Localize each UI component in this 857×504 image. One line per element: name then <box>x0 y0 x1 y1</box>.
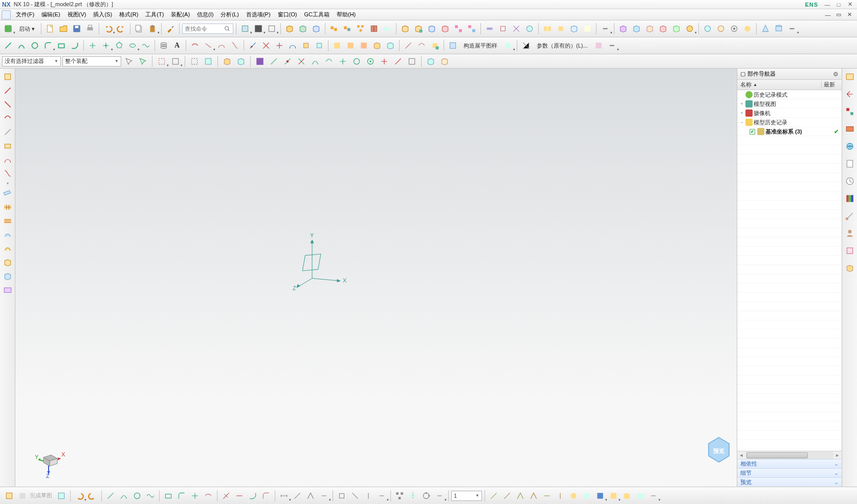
helix-icon[interactable] <box>158 39 170 52</box>
sel6-icon[interactable] <box>202 55 214 68</box>
exp1-icon[interactable] <box>541 23 554 35</box>
snap-x-icon[interactable] <box>378 55 390 68</box>
sb-con2-icon[interactable] <box>349 490 361 502</box>
rb-assy-icon[interactable] <box>844 88 856 100</box>
menu-tools[interactable]: 工具(T) <box>142 9 167 20</box>
param-more-icon[interactable] <box>606 39 618 52</box>
wave5-icon[interactable] <box>452 23 465 35</box>
redo-icon[interactable] <box>115 23 127 35</box>
exp3-icon[interactable] <box>568 23 580 35</box>
exp4-icon[interactable] <box>581 23 594 35</box>
lv-thick-icon[interactable] <box>2 284 14 296</box>
sheet1-icon[interactable] <box>331 39 343 52</box>
sel-more1-icon[interactable] <box>425 55 437 68</box>
doc-minimize-button[interactable]: — <box>823 11 832 18</box>
undo-icon[interactable] <box>102 23 114 35</box>
sketch2-icon[interactable] <box>202 39 214 52</box>
snap-curve-icon[interactable] <box>323 55 335 68</box>
snap-perp-icon[interactable] <box>406 55 418 68</box>
rb-info-icon[interactable] <box>844 262 856 274</box>
col-latest[interactable]: 最新 <box>822 81 842 89</box>
more1-icon[interactable] <box>599 23 611 35</box>
constraint1-icon[interactable] <box>484 23 496 35</box>
sb-dim2-icon[interactable] <box>291 490 303 502</box>
wave4-icon[interactable] <box>439 23 451 35</box>
navigator-hscroll[interactable]: ◂▸ <box>737 451 842 459</box>
lv-curve2-icon[interactable] <box>2 98 14 111</box>
rb-history-icon[interactable] <box>844 158 856 170</box>
sb-v5-icon[interactable] <box>541 490 553 502</box>
sb-v2-icon[interactable] <box>501 490 513 502</box>
rb-reuse-icon[interactable] <box>844 123 856 135</box>
sketch4-icon[interactable] <box>229 39 241 52</box>
polygon-icon[interactable] <box>113 39 125 52</box>
box3-icon[interactable] <box>310 23 322 35</box>
sb-mirror-icon[interactable] <box>407 490 419 502</box>
sb-undo-icon[interactable] <box>73 490 85 502</box>
curve2-icon[interactable] <box>260 39 272 52</box>
brush-icon[interactable] <box>164 23 177 35</box>
paste-icon[interactable] <box>146 23 159 35</box>
sb-v9-icon[interactable] <box>594 490 606 502</box>
assy3-icon[interactable] <box>355 23 367 35</box>
filter-combo[interactable]: 没有选择过滤器▼ <box>2 56 61 67</box>
sb-fillet2-icon[interactable] <box>260 490 272 502</box>
curve6-icon[interactable] <box>313 39 325 52</box>
menu-analysis[interactable]: 分析(L) <box>217 9 242 20</box>
shell3-icon[interactable] <box>728 23 740 35</box>
sel3-icon[interactable] <box>156 55 168 68</box>
intersect-icon[interactable] <box>644 23 656 35</box>
sketch1-icon[interactable] <box>189 39 201 52</box>
close-button[interactable]: ✕ <box>845 1 855 8</box>
snap-toggle-icon[interactable] <box>254 55 266 68</box>
xform1-icon[interactable] <box>402 39 414 52</box>
col-name[interactable]: 名称▲ <box>737 81 822 89</box>
sb-rect-icon[interactable] <box>162 490 174 502</box>
box1-icon[interactable] <box>283 23 296 35</box>
sb-arc-icon[interactable] <box>118 490 130 502</box>
flat-pattern-drop-icon[interactable] <box>502 39 514 52</box>
lv-loft-icon[interactable] <box>2 270 14 282</box>
save-icon[interactable] <box>71 23 83 35</box>
tree-cameras[interactable]: +✔ 摄像机 <box>737 108 842 118</box>
sb-profile-icon[interactable] <box>55 490 68 502</box>
lv-grid-icon[interactable] <box>2 201 14 213</box>
checkbox-icon[interactable]: ✔ <box>750 129 755 135</box>
sel2-icon[interactable] <box>137 55 149 68</box>
cone-icon[interactable] <box>759 23 772 35</box>
render-style-icon[interactable] <box>252 23 265 35</box>
menu-assembly[interactable]: 装配(A) <box>167 9 193 20</box>
book-icon[interactable] <box>368 23 380 35</box>
menu-prefs[interactable]: 首选项(P) <box>243 9 274 20</box>
sb-finish-icon[interactable] <box>16 490 29 502</box>
snap-mid-icon[interactable] <box>281 55 294 68</box>
sel5-icon[interactable] <box>188 55 201 68</box>
exp2-icon[interactable] <box>555 23 567 35</box>
sheet3-icon[interactable] <box>358 39 370 52</box>
sb-spline-icon[interactable] <box>144 490 157 502</box>
sb-dim-more-icon[interactable] <box>318 490 330 502</box>
lv-rect-icon[interactable] <box>2 140 14 152</box>
command-search[interactable] <box>182 24 233 34</box>
sb-v4-icon[interactable] <box>528 490 540 502</box>
section-dependency[interactable]: 相依性⌄ <box>737 459 842 468</box>
minimize-button[interactable]: — <box>822 1 832 8</box>
rb-web-icon[interactable] <box>844 140 856 152</box>
tree-datum-csys[interactable]: ✔ 基准坐标系 (3) ✔ <box>737 127 842 136</box>
new-icon[interactable] <box>44 23 56 35</box>
sb-offset-icon[interactable] <box>202 490 214 502</box>
wave2-icon[interactable] <box>412 23 425 35</box>
sb-v11-icon[interactable] <box>621 490 633 502</box>
lv-curve5-icon[interactable] <box>2 167 14 180</box>
text-icon[interactable]: A <box>171 39 183 52</box>
navigator-tree[interactable]: 历史记录模式 + 模型视图 +✔ 摄像机 − 模型历史记录 ✔ 基准坐标系 (3… <box>737 90 842 451</box>
sb-con-more-icon[interactable] <box>376 490 388 502</box>
lv-curve1-icon[interactable] <box>2 84 14 97</box>
lv-surf1-icon[interactable] <box>2 229 14 241</box>
menu-info[interactable]: 信息(I) <box>193 9 217 20</box>
param-label[interactable]: 参数（原有的）(L)... <box>533 40 591 51</box>
sb-redo-icon[interactable] <box>86 490 99 502</box>
lv-curve4-icon[interactable] <box>2 154 14 166</box>
snap-int-icon[interactable] <box>309 55 321 68</box>
sb-v10-icon[interactable] <box>607 490 620 502</box>
